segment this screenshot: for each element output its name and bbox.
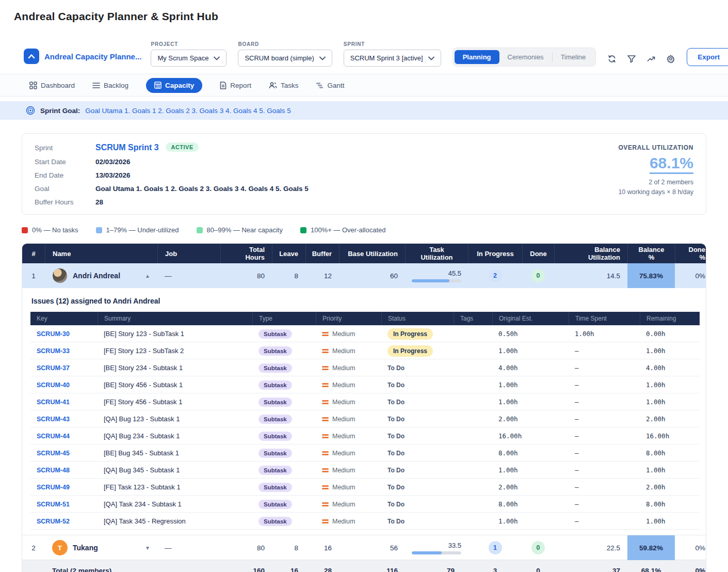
issue-summary: [QA] Task 234 - Subtask 1 <box>104 500 182 508</box>
nav-tabs: Dashboard Backlog Capacity Report Tasks … <box>0 74 728 97</box>
member-base-utilization: 56 <box>339 535 405 560</box>
priority-medium-icon <box>322 383 329 387</box>
total-in-progress: 3 <box>468 560 522 572</box>
issue-row[interactable]: SCRUM-43 [QA] Bug 123 - Subtask 1 Subtas… <box>30 410 700 427</box>
board-select[interactable]: SCRUM board (simple) <box>238 50 332 67</box>
sprint-label: SPRINT <box>344 41 441 47</box>
issue-row[interactable]: SCRUM-41 [FE] Story 456 - Subtask 1 Subt… <box>30 393 700 410</box>
collapse-caret-icon[interactable]: ▲ <box>145 273 150 279</box>
member-leave: 8 <box>272 263 305 288</box>
trend-icon[interactable] <box>646 54 656 63</box>
member-row-andri[interactable]: 1 Andri Andreal ▲ — 80 8 12 60 45.5 2 0 … <box>22 263 706 288</box>
priority-medium-icon <box>322 519 329 523</box>
refresh-icon[interactable] <box>607 54 617 63</box>
filter-icon[interactable] <box>627 54 636 63</box>
sprint-name-link[interactable]: SCRUM Sprint 3 <box>95 143 159 152</box>
issue-row[interactable]: SCRUM-37 [BE] Story 234 - Subtask 1 Subt… <box>30 359 700 376</box>
issue-key-link[interactable]: SCRUM-43 <box>37 416 70 423</box>
issue-status: In Progress <box>387 328 433 340</box>
issues-section: Issues (12) assigned to Andri Andreal Ke… <box>22 288 706 535</box>
issue-row[interactable]: SCRUM-44 [QA] Bug 234 - Subtask 1 Subtas… <box>30 427 700 444</box>
issue-status: To Do <box>387 416 405 423</box>
issue-key-link[interactable]: SCRUM-51 <box>37 501 70 508</box>
issues-table-header: Key Summary Type Priority Status Tags Or… <box>30 312 700 325</box>
gear-icon[interactable] <box>666 54 675 63</box>
target-icon <box>26 106 35 115</box>
issue-row[interactable]: SCRUM-52 [QA] Task 345 - Regression Subt… <box>30 513 700 530</box>
issue-row[interactable]: SCRUM-45 [BE] Bug 345 - Subtask 1 Subtas… <box>30 444 700 462</box>
balance-pct-cell: 75.83% <box>627 263 675 288</box>
issue-status: To Do <box>387 467 405 474</box>
nav-item-capacity[interactable]: Capacity <box>146 78 202 93</box>
issue-type-badge: Subtask <box>258 432 292 441</box>
nav-label: Report <box>230 82 251 89</box>
total-leave: 16 <box>272 560 305 572</box>
issue-key-link[interactable]: SCRUM-37 <box>37 364 70 372</box>
member-number: 2 <box>22 535 45 560</box>
issue-original-est: 2.00h <box>498 415 518 423</box>
issue-key-link[interactable]: SCRUM-52 <box>37 518 70 525</box>
issue-priority: Medium <box>332 330 355 338</box>
nav-item-dashboard[interactable]: Dashboard <box>29 82 75 89</box>
utilization-members: 2 of 2 members <box>618 179 693 186</box>
sprint-status-badge: ACTIVE <box>166 142 198 152</box>
utilization-legend: 0% — No tasks 1–79% — Under-utilized 80–… <box>22 226 706 234</box>
col-remaining: Remaining <box>640 312 706 325</box>
tab-planning[interactable]: Planning <box>455 50 499 64</box>
issue-key-link[interactable]: SCRUM-41 <box>37 399 70 406</box>
issue-row[interactable]: SCRUM-33 [FE] Story 123 - SubTask 2 Subt… <box>30 342 700 359</box>
issue-original-est: 1.00h <box>498 466 518 474</box>
legend-item: 0% — No tasks <box>22 226 78 234</box>
member-total-hours: 80 <box>220 263 272 288</box>
issue-status: To Do <box>387 501 405 508</box>
issue-key-link[interactable]: SCRUM-33 <box>37 347 70 355</box>
issue-priority: Medium <box>332 433 355 440</box>
issue-original-est: 1.00h <box>498 517 518 525</box>
issue-key-link[interactable]: SCRUM-48 <box>37 467 70 474</box>
expand-caret-icon[interactable]: ▼ <box>145 545 150 551</box>
issue-key-link[interactable]: SCRUM-44 <box>37 433 70 440</box>
issue-row[interactable]: SCRUM-51 [QA] Task 234 - Subtask 1 Subta… <box>30 496 700 513</box>
issue-remaining: 1.00h <box>646 398 666 406</box>
total-done: 0 <box>522 560 554 572</box>
issue-key-link[interactable]: SCRUM-40 <box>37 382 70 389</box>
issue-remaining: 0.00h <box>646 330 666 338</box>
issue-row[interactable]: SCRUM-49 [FE] Task 123 - Subtask 1 Subta… <box>30 479 700 496</box>
chevron-down-icon <box>319 56 326 60</box>
member-row-tukang[interactable]: 2 T Tukang ▼ — 80 8 16 56 33.5 1 0 22.5 … <box>22 535 706 560</box>
legend-item: 100%+ — Over-allocated <box>300 226 386 234</box>
priority-medium-icon <box>322 468 329 472</box>
member-total-hours: 80 <box>220 535 272 560</box>
field-label-sprint: Sprint <box>35 144 95 152</box>
sprint-goal-banner: Sprint Goal: Goal Utama 1. Goals 1 2. Go… <box>0 101 728 120</box>
issue-original-est: 8.00h <box>498 449 518 457</box>
issue-row[interactable]: SCRUM-48 [QA] Bug 345 - Subtask 1 Subtas… <box>30 462 700 479</box>
project-select[interactable]: My Scrum Space <box>151 50 227 67</box>
issue-type-badge: Subtask <box>258 415 292 424</box>
tab-ceremonies[interactable]: Ceremonies <box>499 50 552 64</box>
total-balance-pct: 68.1% <box>627 560 675 572</box>
capacity-table-card: # Name Job Total Hours Leave Buffer Base… <box>22 243 706 572</box>
done-badge: 0 <box>531 269 545 282</box>
sprint-select[interactable]: SCRUM Sprint 3 [active] <box>344 50 441 67</box>
export-button[interactable]: Export <box>687 48 728 66</box>
col-key: Key <box>30 312 98 325</box>
issue-time-spent: – <box>575 432 579 440</box>
issue-original-est: 16.00h <box>498 432 522 440</box>
nav-item-tasks[interactable]: Tasks <box>269 82 299 89</box>
nav-item-backlog[interactable]: Backlog <box>92 82 128 89</box>
nav-item-report[interactable]: Report <box>220 82 251 89</box>
issue-key-link[interactable]: SCRUM-45 <box>37 450 70 457</box>
tab-timeline[interactable]: Timeline <box>553 50 594 64</box>
priority-medium-icon <box>322 400 329 404</box>
issue-priority: Medium <box>332 484 355 491</box>
app-brand[interactable]: Andreal Capacity Planne... <box>24 49 141 67</box>
issue-key-link[interactable]: SCRUM-30 <box>37 330 70 338</box>
issue-row[interactable]: SCRUM-30 [BE] Story 123 - SubTask 1 Subt… <box>30 325 700 342</box>
issue-row[interactable]: SCRUM-40 [BE] Story 456 - Subtask 1 Subt… <box>30 376 700 393</box>
utilization-bar-fill <box>412 279 449 282</box>
done-badge: 0 <box>531 541 545 554</box>
nav-item-gantt[interactable]: Gantt <box>316 82 344 89</box>
issue-key-link[interactable]: SCRUM-49 <box>37 484 70 491</box>
issue-priority: Medium <box>332 416 355 423</box>
